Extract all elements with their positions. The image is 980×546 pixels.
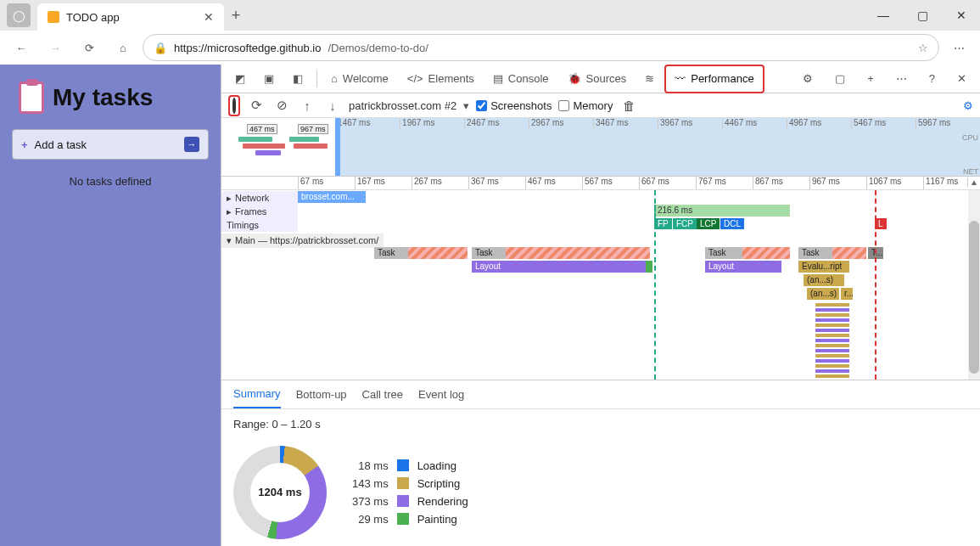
tab-welcome[interactable]: ⌂Welcome (322, 65, 397, 93)
task-bar[interactable]: Task (798, 247, 832, 259)
tab-summary[interactable]: Summary (233, 380, 281, 408)
timing-load[interactable]: L (875, 218, 887, 229)
plus-icon: + (21, 138, 28, 151)
tab-elements[interactable]: </>Elements (399, 65, 483, 93)
tab-eventlog[interactable]: Event log (418, 380, 464, 408)
page-content: My tasks + Add a task → No tasks defined (0, 65, 221, 546)
close-window-button[interactable]: ✕ (943, 2, 980, 29)
layout-bar[interactable]: Layout (705, 261, 781, 273)
help-icon[interactable]: ? (921, 65, 944, 93)
inspect-icon[interactable]: ◩ (227, 65, 254, 93)
tab-bottomup[interactable]: Bottom-up (296, 380, 347, 408)
clipboard-icon (19, 82, 44, 114)
garbage-collect-button[interactable]: 🗑 (619, 99, 638, 113)
lock-icon: 🔒 (154, 42, 167, 54)
url-input[interactable]: 🔒 https://microsoftedge.github.io/Demos/… (143, 34, 939, 61)
net-label: NET (963, 167, 978, 176)
add-task-label: Add a task (35, 138, 87, 151)
dropdown-icon[interactable]: ▾ (463, 99, 469, 112)
details-pane: Summary Bottom-up Call tree Event log Ra… (221, 380, 980, 546)
timing-lcp[interactable]: LCP (697, 218, 720, 229)
track-timings[interactable]: Timings (221, 218, 298, 232)
anon-bar[interactable]: r... (841, 288, 853, 300)
minimize-button[interactable]: — (865, 2, 902, 29)
callstack-bars[interactable] (815, 301, 849, 378)
overview-detail: 467 ms 967 ms (230, 133, 332, 171)
legend-swatch (397, 459, 409, 471)
overview-range-handle[interactable] (335, 118, 340, 176)
settings-icon[interactable]: ⚙ (794, 65, 821, 93)
task-bar[interactable]: Task (374, 247, 408, 259)
tab-title: TODO app (66, 11, 120, 24)
console-icon: ▤ (493, 72, 503, 85)
track-network[interactable]: ▸ Network (221, 191, 298, 205)
network-bar[interactable]: brosset.com... (298, 191, 366, 203)
profile-icon[interactable]: ◯ (7, 3, 31, 27)
home-button[interactable]: ⌂ (109, 33, 137, 62)
track-main[interactable]: ▾ Main — https://patrickbrosset.com/ (221, 234, 384, 248)
submit-task-icon[interactable]: → (184, 137, 199, 152)
favicon-icon (48, 11, 59, 23)
forward-button[interactable]: → (41, 33, 70, 62)
timing-fp[interactable]: FP (654, 218, 672, 229)
long-task-bar[interactable] (742, 247, 790, 259)
long-task-bar[interactable] (506, 247, 650, 259)
tab-network-throttle[interactable]: ≋ (636, 65, 663, 93)
legend-swatch (397, 477, 409, 489)
anon-bar[interactable]: (an...s) (804, 274, 844, 286)
refresh-button[interactable]: ⟳ (75, 33, 104, 62)
task-bar[interactable]: Task (705, 247, 742, 259)
vertical-scrollbar[interactable] (968, 190, 980, 380)
devtools-tabbar: ◩ ▣ ◧ ⌂Welcome </>Elements ▤Console 🐞Sou… (221, 65, 980, 93)
new-tab-button[interactable]: + (224, 7, 248, 25)
tab-performance[interactable]: 〰Performance (664, 65, 764, 93)
download-button[interactable]: ↓ (323, 99, 342, 113)
timing-fcp[interactable]: FCP (673, 218, 697, 229)
paint-bar[interactable] (646, 261, 652, 273)
task-bar[interactable]: Task (472, 247, 506, 259)
record-button[interactable] (228, 95, 240, 116)
summary-donut: 1204 ms (233, 446, 327, 539)
no-tasks-message: No tasks defined (7, 175, 214, 188)
device-icon[interactable]: ▣ (255, 65, 283, 93)
overview-timeline[interactable]: 1467 ms1967 ms2467 ms2967 ms3467 ms3967 … (221, 118, 980, 177)
track-frames[interactable]: ▸ Frames (221, 205, 298, 219)
clear-button[interactable]: ⊘ (272, 98, 291, 113)
browser-tab[interactable]: TODO app ✕ (37, 3, 224, 31)
tab-calltree[interactable]: Call tree (362, 380, 403, 408)
maximize-button[interactable]: ▢ (904, 2, 941, 29)
drawer-icon[interactable]: ▢ (826, 65, 854, 93)
url-path: /Demos/demo-to-do/ (328, 42, 428, 54)
kebab-icon[interactable]: ⋯ (888, 65, 916, 93)
wifi-icon: ≋ (645, 72, 654, 85)
add-task-input[interactable]: + Add a task → (12, 129, 209, 160)
close-devtools-button[interactable]: ✕ (949, 65, 975, 93)
long-task-bar[interactable] (408, 247, 468, 259)
anon-bar[interactable]: (an...s) (807, 288, 839, 300)
evalscript-bar[interactable]: Evalu...ript (798, 261, 849, 273)
tab-console[interactable]: ▤Console (484, 65, 557, 93)
memory-checkbox[interactable]: Memory (558, 99, 613, 112)
profile-selector[interactable]: patrickbrosset.com #2 (349, 99, 456, 112)
more-button[interactable]: ⋯ (944, 33, 973, 62)
frame-bar[interactable]: 216.6 ms (654, 205, 790, 217)
summary-legend: 18 msLoading143 msScripting373 msRenderi… (352, 459, 468, 526)
timeline-ruler[interactable]: 67 ms167 ms267 ms367 ms467 ms567 ms667 m… (221, 177, 980, 190)
scroll-up-icon[interactable]: ▲ (967, 177, 978, 187)
close-tab-icon[interactable]: ✕ (204, 10, 214, 24)
performance-icon: 〰 (675, 72, 686, 85)
long-task-bar[interactable] (832, 247, 866, 259)
reload-record-button[interactable]: ⟳ (247, 98, 266, 113)
upload-button[interactable]: ↑ (298, 99, 316, 113)
back-button[interactable]: ← (7, 33, 36, 62)
capture-settings-icon[interactable]: ⚙ (963, 99, 973, 112)
layout-bar[interactable]: Layout (472, 261, 646, 273)
url-host: https://microsoftedge.github.io (174, 42, 321, 54)
more-tabs-button[interactable]: + (859, 65, 882, 93)
timing-dcl[interactable]: DCL (720, 218, 744, 229)
screenshots-checkbox[interactable]: Screenshots (476, 99, 552, 112)
star-icon[interactable]: ☆ (918, 42, 928, 54)
flame-chart[interactable]: ▸ Network brosset.com... ▸ Frames 216.6 … (221, 190, 980, 380)
dock-icon[interactable]: ◧ (284, 65, 311, 93)
tab-sources[interactable]: 🐞Sources (559, 65, 636, 93)
